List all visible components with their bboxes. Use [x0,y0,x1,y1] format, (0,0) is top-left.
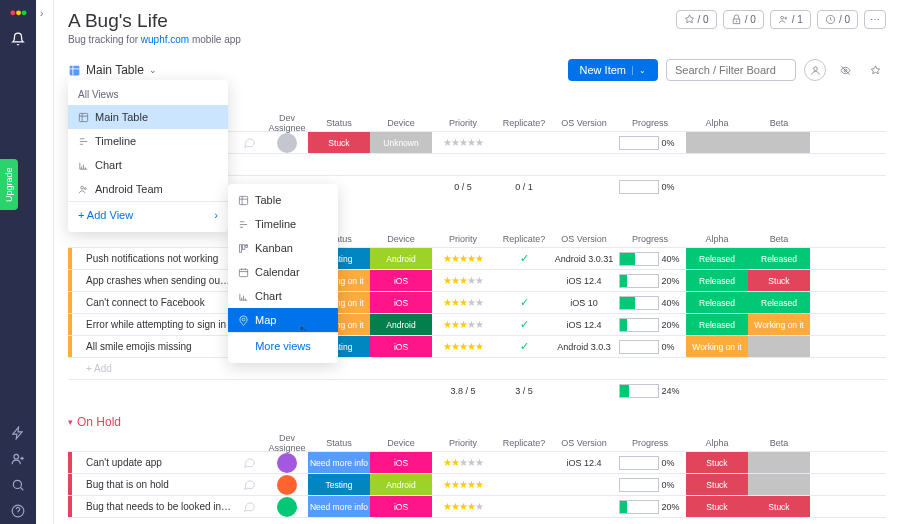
board-title[interactable]: A Bug's Life [68,10,241,32]
item-name[interactable]: App crashes when sending out a tweet [82,275,232,286]
view-type-option[interactable]: Chart [228,284,338,308]
beta-cell[interactable]: Released [748,248,810,269]
device-cell[interactable]: iOS [370,336,432,357]
assignee-cell[interactable] [266,497,308,517]
column-header[interactable]: Progress [614,438,686,448]
replicate-cell[interactable]: ✓ [494,340,554,353]
priority-cell[interactable]: ★★★★★ [432,501,494,512]
beta-cell[interactable] [748,336,810,357]
view-option[interactable]: Main Table [68,105,228,129]
column-header[interactable]: Dev Assignee [266,113,308,133]
item-name[interactable]: Push notifications not working [82,253,232,264]
column-header[interactable]: Priority [432,118,494,128]
priority-cell[interactable]: ★★★★★ [432,297,494,308]
column-header[interactable]: Device [370,438,432,448]
os-version-cell[interactable]: iOS 12.4 [554,276,614,286]
replicate-cell[interactable]: ✓ [494,252,554,265]
bolt-icon[interactable] [11,426,25,440]
search-input[interactable] [666,59,796,81]
more-menu-icon[interactable]: ⋯ [864,10,886,29]
column-header[interactable]: Beta [748,438,810,448]
alpha-cell[interactable]: Stuck [686,496,748,517]
priority-cell[interactable]: ★★★★★ [432,253,494,264]
device-cell[interactable]: Android [370,314,432,335]
column-header[interactable]: Beta [748,234,810,244]
item-name[interactable]: Bug that needs to be looked into more [82,501,232,512]
expand-sidebar-icon[interactable]: › [40,8,43,19]
column-header[interactable]: Replicate? [494,234,554,244]
add-row-button[interactable]: + Add [68,517,886,524]
device-cell[interactable]: iOS [370,270,432,291]
assignee-cell[interactable] [266,133,308,153]
view-option[interactable]: Chart [68,153,228,177]
column-header[interactable]: Status [308,438,370,448]
header-pill[interactable]: / 0 [723,10,764,29]
beta-cell[interactable] [748,474,810,495]
header-pill[interactable]: / 0 [817,10,858,29]
column-header[interactable]: Dev Assignee [266,433,308,453]
status-cell[interactable]: Need more info [308,496,370,517]
alpha-cell[interactable]: Released [686,270,748,291]
add-view-button[interactable]: + Add View› [68,201,228,228]
progress-cell[interactable]: 40% [614,296,686,310]
more-views-button[interactable]: More views [228,332,338,359]
new-item-button[interactable]: New Item⌄ [568,59,658,81]
os-version-cell[interactable]: iOS 10 [554,298,614,308]
device-cell[interactable]: Android [370,248,432,269]
item-name[interactable]: All smile emojis missing [82,341,232,352]
progress-cell[interactable]: 0% [614,136,686,150]
pin-icon[interactable] [864,59,886,81]
item-name[interactable]: Can't connect to Facebook [82,297,232,308]
status-cell[interactable]: Stuck [308,132,370,153]
alpha-cell[interactable]: Stuck [686,474,748,495]
alpha-cell[interactable]: Working on it [686,336,748,357]
column-header[interactable]: OS Version [554,438,614,448]
view-option[interactable]: Android Team [68,177,228,201]
notification-icon[interactable] [11,32,25,49]
progress-cell[interactable]: 20% [614,274,686,288]
item-name[interactable]: Error while attempting to sign in [82,319,232,330]
progress-cell[interactable]: 40% [614,252,686,266]
view-type-option[interactable]: Map [228,308,338,332]
alpha-cell[interactable]: Released [686,314,748,335]
alpha-cell[interactable] [686,132,748,153]
priority-cell[interactable]: ★★★★★ [432,457,494,468]
progress-cell[interactable]: 0% [614,478,686,492]
add-row-button[interactable]: + Add [68,357,886,379]
group-title[interactable]: ▾On Hold [68,415,886,429]
device-cell[interactable]: iOS [370,452,432,473]
beta-cell[interactable]: Working on it [748,314,810,335]
column-header[interactable]: OS Version [554,234,614,244]
priority-cell[interactable]: ★★★★★ [432,319,494,330]
alpha-cell[interactable]: Released [686,248,748,269]
column-header[interactable]: OS Version [554,118,614,128]
column-header[interactable]: Device [370,234,432,244]
chevron-down-icon[interactable]: ⌄ [632,66,646,75]
os-version-cell[interactable]: Android 3.0.3 [554,342,614,352]
os-version-cell[interactable]: iOS 12.4 [554,458,614,468]
view-selector[interactable]: Main Table ⌄ [68,63,157,77]
status-cell[interactable]: Testing [308,474,370,495]
assignee-cell[interactable] [266,453,308,473]
replicate-cell[interactable]: ✓ [494,318,554,331]
invite-icon[interactable] [11,452,25,466]
column-header[interactable]: Status [308,118,370,128]
os-version-cell[interactable]: iOS 12.4 [554,320,614,330]
column-header[interactable]: Replicate? [494,438,554,448]
device-cell[interactable]: Unknown [370,132,432,153]
priority-cell[interactable]: ★★★★★ [432,137,494,148]
status-cell[interactable]: Need more info [308,452,370,473]
search-icon[interactable] [11,478,25,492]
assignee-cell[interactable] [266,475,308,495]
device-cell[interactable]: iOS [370,292,432,313]
priority-cell[interactable]: ★★★★★ [432,275,494,286]
subtitle-link[interactable]: wuphf.com [141,34,189,45]
person-filter-icon[interactable] [804,59,826,81]
view-type-option[interactable]: Timeline [228,212,338,236]
beta-cell[interactable]: Stuck [748,496,810,517]
progress-cell[interactable]: 20% [614,500,686,514]
view-type-option[interactable]: Table [228,188,338,212]
view-type-option[interactable]: Kanban [228,236,338,260]
item-name[interactable]: Bug that is on hold [82,479,232,490]
chat-icon[interactable] [232,456,266,469]
